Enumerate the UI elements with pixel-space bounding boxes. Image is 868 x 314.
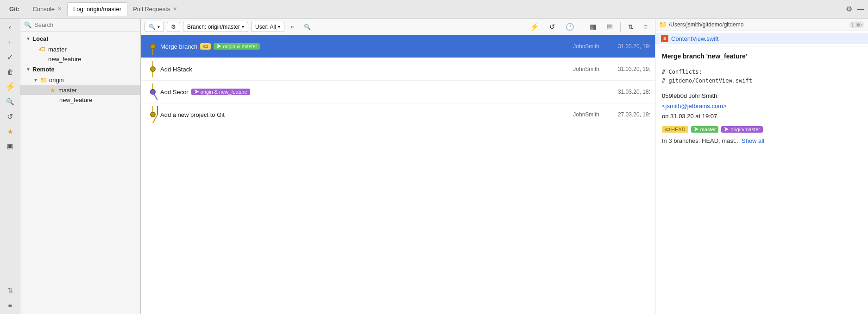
origin-master-label: master (58, 87, 77, 94)
commit-graph-c4 (145, 106, 160, 123)
commit-row[interactable]: Add a new project to Git JohnSmith 27.03… (141, 103, 655, 126)
tag-head: 🏷 HEAD (662, 126, 688, 133)
conflict-line2: # gitdemo/ContentView.swift (662, 77, 862, 85)
detail-path-text: /Users/jsmith/gitdemo/gitdemo (669, 21, 743, 28)
commit-graph-c1 (145, 38, 160, 55)
svg-point-6 (151, 90, 155, 94)
commit-search-button[interactable]: 🔍 (300, 22, 314, 32)
fetch-button[interactable]: ⚡ (2, 80, 18, 94)
branch-origin-master[interactable]: ★ master (20, 85, 140, 95)
create-button[interactable]: + (2, 35, 18, 49)
svg-point-1 (151, 44, 155, 49)
folder-detail-icon: 📁 (659, 21, 667, 28)
commit-tags-row: 🏷 HEAD ⮞ master ⮞ origin/master (662, 126, 862, 133)
commit-message-c3: Add Secor (160, 89, 189, 96)
sidebar: 🔍 ▼ Local 🏷 master new_feature ▼ Remote (20, 19, 141, 314)
menu2-button[interactable]: ≡ (640, 22, 651, 32)
sidebar-search-bar: 🔍 (20, 19, 140, 32)
branch-selector-arrow: ▾ (242, 24, 244, 29)
tab-pull-requests-close[interactable]: ✕ (173, 6, 177, 12)
tab-console[interactable]: Console ✕ (27, 3, 67, 15)
layout1-button[interactable]: ▦ (586, 21, 600, 32)
favorites-button[interactable]: ★ (2, 124, 18, 138)
origin-new-feature-label: new_feature (50, 96, 93, 103)
user-selector[interactable]: User: All ▾ (251, 22, 284, 32)
sort-button[interactable]: ⇅ (2, 283, 18, 297)
commit-message-c2: Add HStack (160, 66, 192, 73)
commit-author-c2: JohnSmith (558, 66, 599, 72)
commit-date-detail: on 31.03.20 at 19:07 (662, 111, 862, 122)
swift-icon: S (661, 35, 668, 42)
tab-console-close[interactable]: ✕ (57, 6, 62, 12)
commit-graph-c2 (145, 61, 160, 77)
branch-tree: ▼ Local 🏷 master new_feature ▼ Remote ▼ … (20, 32, 140, 314)
remote-label: Remote (32, 66, 55, 73)
menu-button[interactable]: ≡ (2, 298, 18, 312)
toolbar-separator2 (620, 22, 621, 32)
tab-pull-requests-label: Pull Requests (133, 6, 170, 13)
commit-toolbar: 🔍 ▾ ⚙ Branch: origin/master ▾ User: All … (141, 19, 655, 35)
search-input[interactable] (34, 21, 137, 28)
commit-detail-title: Merge branch 'new_feature' (662, 52, 862, 61)
file-count-badge: 1 file (849, 21, 864, 28)
tab-log[interactable]: Log: origin/master (67, 2, 127, 16)
settings-icon[interactable]: ⚙ (846, 5, 852, 13)
tag-badge-head: 🏷 (200, 43, 211, 50)
left-toolbar: ‹ + ✓ 🗑 ⚡ 🔍 ↺ ★ ▣ ⇅ ≡ (0, 19, 20, 314)
lightning-button[interactable]: ⚡ (526, 21, 543, 32)
commit-date-c3: 31.03.20, 18: (599, 89, 650, 95)
detail-file-list: S ContentView.swift (655, 31, 868, 46)
commit-message-c1: Merge branch (160, 43, 197, 50)
commit-button[interactable]: ✓ (2, 50, 18, 64)
branches-text: In 3 branches: HEAD, mast... (662, 137, 740, 144)
local-section-header[interactable]: ▼ Local (20, 33, 140, 44)
layout2-button[interactable]: ▤ (603, 21, 616, 32)
tag-badge-origin-new-feature: ⮞ origin & new_feature (191, 89, 250, 95)
commit-detail-conflicts: # Conflicts: # gitdemo/ContentView.swift (662, 68, 862, 85)
commit-row[interactable]: Add HStack JohnSmith 31.03.20, 19: (141, 58, 655, 81)
toolbar-separator (582, 22, 582, 32)
tab-pull-requests[interactable]: Pull Requests ✕ (127, 3, 182, 15)
commit-panel: 🔍 ▾ ⚙ Branch: origin/master ▾ User: All … (141, 19, 655, 314)
file-item-contentview[interactable]: S ContentView.swift (655, 33, 868, 44)
search-dropdown-button[interactable]: 🔍 ▾ (145, 22, 164, 32)
branch-master-local[interactable]: 🏷 master (20, 44, 140, 54)
title-bar: Git: Console ✕ Log: origin/master Pull R… (0, 0, 868, 19)
git-label: Git: (4, 3, 27, 15)
history-button[interactable]: 🕐 (562, 21, 578, 32)
commit-date-c2: 31.03.20, 19: (599, 66, 650, 72)
back-button[interactable]: ‹ (2, 20, 18, 34)
show-all-link[interactable]: Show all (742, 137, 764, 144)
commit-detail-author: JohnSmith (689, 92, 717, 99)
commit-email-link[interactable]: <jsmith@jetbrains.com> (662, 103, 727, 109)
origin-header[interactable]: ▼ 📁 origin (20, 75, 140, 85)
minimize-icon[interactable]: — (857, 5, 864, 13)
commit-settings-button[interactable]: ⚙ (167, 22, 180, 32)
commit-row[interactable]: Add Secor ⮞ origin & new_feature 31.03.2… (141, 81, 655, 103)
commit-graph-svg3 (145, 83, 160, 100)
main-layout: ‹ + ✓ 🗑 ⚡ 🔍 ↺ ★ ▣ ⇅ ≡ 🔍 ▼ Local 🏷 master (0, 19, 868, 314)
delete-button[interactable]: 🗑 (2, 65, 18, 79)
branch-new-feature-local-label: new_feature (39, 56, 82, 63)
commit-date-c4: 27.03.20, 19: (599, 111, 650, 118)
undo-button[interactable]: ↺ (546, 21, 559, 32)
commit-row[interactable]: Merge branch 🏷 ⮞ origin & master JohnSmi… (141, 35, 655, 58)
search-dropdown-icon: 🔍 (149, 24, 156, 30)
detail-toolbar: 📁 /Users/jsmith/gitdemo/gitdemo 1 file (655, 19, 868, 31)
tag-master: ⮞ master (691, 126, 719, 133)
branch-new-feature-local[interactable]: new_feature (20, 54, 140, 64)
more-button[interactable]: » (287, 22, 298, 32)
branch-origin-new-feature[interactable]: new_feature (20, 95, 140, 105)
search-button[interactable]: 🔍 (2, 95, 18, 109)
sort2-button[interactable]: ⇅ (624, 22, 637, 32)
branch-selector[interactable]: Branch: origin/master ▾ (183, 22, 248, 32)
commit-graph-svg (145, 38, 160, 55)
refresh-button[interactable]: ↺ (2, 109, 18, 123)
commit-branches-row: In 3 branches: HEAD, mast... Show all (662, 137, 862, 144)
file-link-contentview[interactable]: ContentView.swift (671, 35, 718, 42)
origin-label: origin (49, 77, 64, 83)
repository-button[interactable]: ▣ (2, 139, 18, 153)
remote-section-header[interactable]: ▼ Remote (20, 64, 140, 75)
conflict-line1: # Conflicts: (662, 68, 862, 77)
commit-info-c2: Add HStack (160, 66, 558, 73)
